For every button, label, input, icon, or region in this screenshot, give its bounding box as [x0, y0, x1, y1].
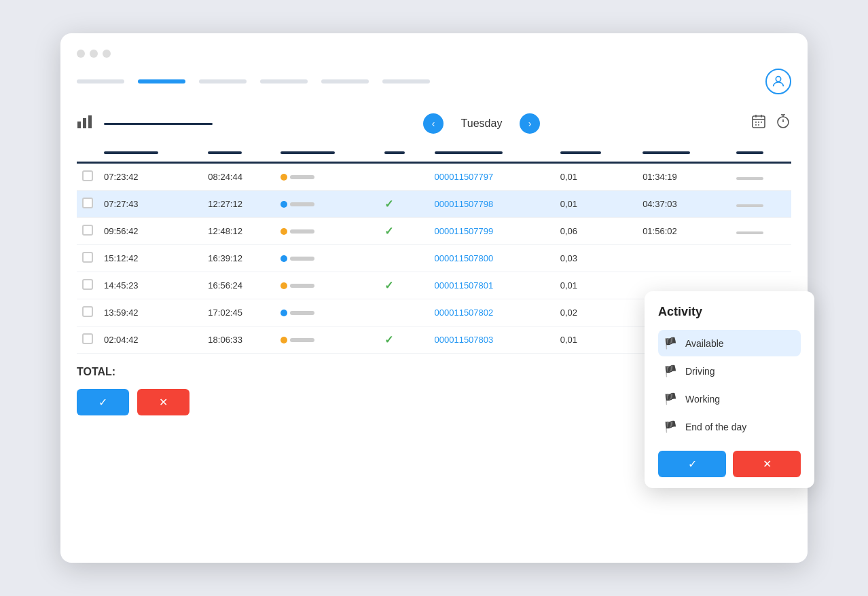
row-order-link-6[interactable]: 000011507802 [435, 308, 494, 318]
activity-available-label: Available [685, 338, 724, 349]
row-checkbox-4[interactable] [82, 252, 93, 263]
confirm-button[interactable]: ✓ [77, 389, 129, 415]
nav-tabs [77, 79, 430, 83]
row-checkbox-2[interactable] [82, 198, 93, 208]
col-activity [275, 139, 379, 163]
flag-endofday-icon: 🏴 [664, 420, 677, 433]
row-start-4: 15:12:42 [98, 245, 202, 272]
row-checkbox-5[interactable] [82, 279, 93, 290]
nav-bar [60, 69, 808, 105]
svg-point-0 [776, 77, 780, 81]
svg-rect-2 [83, 118, 86, 128]
col-duration [637, 139, 730, 163]
row-start-7: 02:04:42 [98, 327, 202, 354]
row-start-1: 07:23:42 [98, 163, 202, 191]
row-end-7: 18:06:33 [202, 327, 274, 354]
col-order [429, 139, 555, 163]
row-end-5: 16:56:24 [202, 272, 274, 299]
activity-item-working[interactable]: 🏴 Working [658, 386, 801, 412]
col-extra [731, 139, 792, 163]
row-check-5: ✓ [379, 272, 429, 299]
col-check-mark [379, 139, 429, 163]
timer-icon[interactable] [775, 113, 791, 134]
row-start-2: 07:27:43 [98, 191, 202, 218]
row-activity-6 [275, 299, 379, 327]
row-checkbox-6[interactable] [82, 306, 93, 317]
row-extra-2 [736, 204, 763, 207]
row-end-1: 08:24:44 [202, 163, 274, 191]
svg-rect-1 [77, 122, 81, 128]
activity-driving-label: Driving [685, 366, 715, 377]
nav-tab-3[interactable] [199, 79, 247, 83]
user-avatar[interactable] [765, 69, 791, 94]
table-row: 07:27:43 12:27:12 ✓ 000011507798 0,01 04… [77, 191, 791, 218]
row-amount-5: 0,01 [555, 272, 637, 299]
row-order-link-7[interactable]: 000011507803 [435, 335, 494, 345]
row-checkbox-7[interactable] [82, 333, 93, 344]
activity-item-end-of-day[interactable]: 🏴 End of the day [658, 413, 801, 440]
row-amount-7: 0,01 [555, 327, 637, 354]
row-order-link-2[interactable]: 000011507798 [435, 199, 494, 209]
flag-driving-icon: 🏴 [664, 365, 677, 377]
nav-tab-2[interactable] [138, 79, 185, 83]
table-row: 09:56:42 12:48:12 ✓ 000011507799 0,06 01… [77, 218, 791, 245]
activity-popup: Activity 🏴 Available 🏴 Driving 🏴 Working… [645, 291, 814, 488]
cancel-button[interactable]: ✕ [137, 389, 189, 415]
nav-tab-5[interactable] [321, 79, 369, 83]
window-control-2 [90, 50, 98, 58]
row-order-link-5[interactable]: 000011507801 [435, 280, 494, 291]
row-amount-4: 0,03 [555, 245, 637, 272]
next-day-button[interactable]: › [520, 113, 540, 134]
row-amount-6: 0,02 [555, 299, 637, 327]
svg-rect-3 [88, 115, 92, 128]
table-row: 07:23:42 08:24:44 000011507797 0,01 01:3… [77, 163, 791, 191]
row-amount-1: 0,01 [555, 163, 637, 191]
toolbar-icons-right [751, 113, 791, 134]
row-end-6: 17:02:45 [202, 299, 274, 327]
chart-icon [77, 115, 93, 132]
row-activity-7 [275, 327, 379, 354]
row-check-7: ✓ [379, 327, 429, 354]
row-activity-4 [275, 245, 379, 272]
nav-tab-6[interactable] [382, 79, 430, 83]
col-start [98, 139, 202, 163]
activity-item-available[interactable]: 🏴 Available [658, 330, 801, 356]
prev-day-button[interactable]: ‹ [423, 113, 444, 134]
row-order-link-4[interactable]: 000011507800 [435, 253, 494, 263]
activity-item-driving[interactable]: 🏴 Driving [658, 358, 801, 384]
calendar-icon[interactable] [751, 113, 767, 134]
row-activity-3 [275, 218, 379, 245]
row-order-link-3[interactable]: 000011507799 [435, 226, 494, 236]
col-check [77, 139, 98, 163]
main-window: ‹ Tuesday › [60, 33, 808, 563]
row-end-4: 16:39:12 [202, 245, 274, 272]
row-check-1 [379, 163, 429, 191]
row-amount-2: 0,01 [555, 191, 637, 218]
row-duration-2: 04:37:03 [637, 191, 730, 218]
popup-cancel-button[interactable]: ✕ [733, 451, 801, 477]
row-check-2: ✓ [379, 191, 429, 218]
row-activity-1 [275, 163, 379, 191]
day-nav: ‹ Tuesday › [423, 113, 540, 134]
row-start-6: 13:59:42 [98, 299, 202, 327]
row-check-4 [379, 245, 429, 272]
toolbar-line [104, 123, 213, 125]
toolbar: ‹ Tuesday › [60, 105, 808, 134]
activity-endofday-label: End of the day [685, 422, 746, 432]
row-extra-3 [736, 231, 763, 234]
activity-working-label: Working [685, 394, 720, 405]
nav-tab-1[interactable] [77, 79, 124, 83]
popup-buttons: ✓ ✕ [658, 451, 801, 477]
row-duration-1: 01:34:19 [637, 163, 730, 191]
row-activity-5 [275, 272, 379, 299]
row-order-link-1[interactable]: 000011507797 [435, 172, 494, 182]
row-end-2: 12:27:12 [202, 191, 274, 218]
popup-confirm-button[interactable]: ✓ [658, 451, 726, 477]
row-checkbox-1[interactable] [82, 170, 93, 181]
activity-popup-title: Activity [658, 305, 801, 319]
window-control-1 [77, 50, 85, 58]
row-check-6 [379, 299, 429, 327]
nav-tab-4[interactable] [260, 79, 308, 83]
col-amount [555, 139, 637, 163]
row-checkbox-3[interactable] [82, 225, 93, 236]
